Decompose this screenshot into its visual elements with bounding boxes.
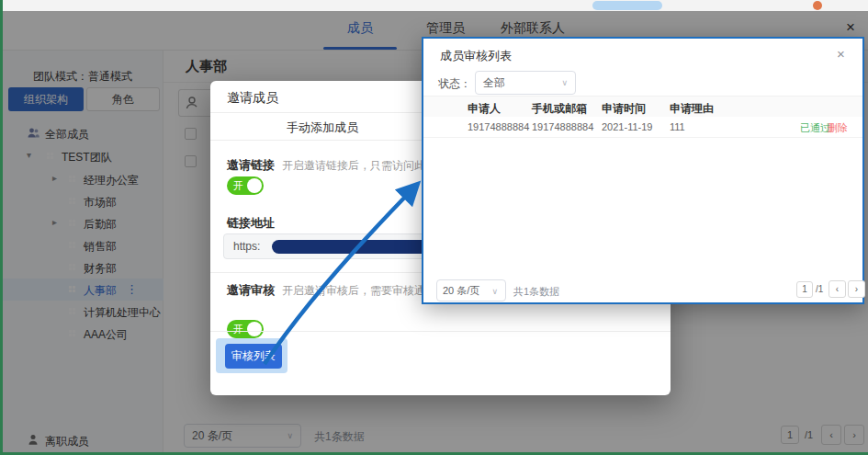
panel-page-size-select[interactable]: 20 条/页 ∨ — [436, 279, 506, 301]
cell-applicant: 19174888884 — [468, 121, 529, 132]
member-review-panel: 成员审核列表 × 状态： 全部 ∨ 申请人 手机或邮箱 申请时间 申请理由 19… — [422, 37, 864, 304]
browser-top-strip — [3, 0, 868, 11]
chevron-down-icon: ∨ — [491, 280, 498, 302]
panel-close-icon[interactable]: × — [837, 46, 845, 62]
panel-next-page-button[interactable]: › — [848, 280, 865, 298]
toggle-knob — [247, 178, 262, 193]
link-address-label: 链接地址 — [227, 215, 275, 232]
frame-border-left — [0, 0, 3, 455]
screen: 成员 管理员 外部联系人 × 团队模式：普通模式 组织架构 角色 全部成员 ▾ … — [0, 0, 868, 455]
toggle-on-label: 开 — [233, 323, 243, 336]
delete-link[interactable]: 删除 — [828, 121, 848, 135]
col-apply-reason: 申请理由 — [670, 101, 714, 117]
invite-link-toggle[interactable]: 开 — [227, 176, 264, 195]
status-label: 状态： — [438, 76, 471, 92]
modal-title: 邀请成员 — [227, 90, 278, 107]
col-applicant: 申请人 — [468, 101, 501, 117]
url-prefix: https: — [233, 240, 260, 253]
status-select[interactable]: 全部 ∨ — [475, 71, 576, 95]
toggle-on-label: 开 — [233, 179, 243, 192]
panel-total-count-text: 共1条数据 — [513, 285, 559, 299]
status-badge-approved: 已通过 — [800, 121, 830, 135]
top-pill-decoration — [592, 1, 662, 10]
invite-link-label: 邀请链接 — [227, 158, 275, 172]
invite-review-toggle[interactable]: 开 — [227, 320, 264, 338]
tab-manual-add[interactable]: 手动添加成员 — [267, 119, 378, 136]
panel-prev-page-button[interactable]: ‹ — [829, 280, 846, 298]
panel-page-total-text: /1 — [816, 284, 823, 294]
cell-phone-email: 19174888884 — [532, 121, 593, 132]
review-list-button[interactable]: 审核列表 — [225, 344, 282, 369]
panel-page-number-box[interactable]: 1 — [796, 281, 813, 298]
page-size-value: 20 条/页 — [443, 285, 479, 296]
cell-apply-time: 2021-11-19 — [602, 121, 652, 132]
chevron-down-icon: ∨ — [561, 72, 568, 94]
status-value: 全部 — [483, 76, 505, 89]
col-apply-time: 申请时间 — [602, 101, 646, 117]
toggle-knob — [247, 322, 262, 336]
top-orange-dot — [813, 1, 822, 10]
panel-title: 成员审核列表 — [440, 48, 512, 64]
divider — [210, 331, 671, 332]
invite-review-label: 邀请审核 — [227, 283, 275, 297]
cell-apply-reason: 111 — [670, 121, 685, 132]
col-phone-email: 手机或邮箱 — [532, 101, 587, 117]
table-row: 19174888884 19174888884 2021-11-19 111 已… — [423, 117, 862, 138]
table-header-row: 申请人 手机或邮箱 申请时间 申请理由 — [423, 96, 862, 117]
